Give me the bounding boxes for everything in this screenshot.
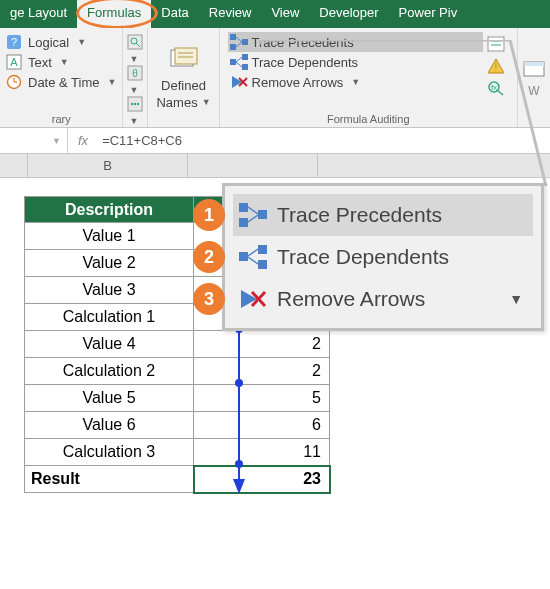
watch-window-partial[interactable]: W	[518, 28, 550, 127]
table-row-result: Result 23	[24, 466, 330, 493]
show-formulas-icon[interactable]	[487, 36, 505, 52]
chevron-down-icon: ▼	[108, 77, 117, 87]
formula-bar: ▼ fx =C11+C8+C6	[0, 128, 550, 154]
callout-label: Trace Dependents	[277, 245, 449, 269]
trace-precedents-button[interactable]: Trace Precedents	[228, 32, 483, 52]
evaluate-icon[interactable]: fx	[487, 80, 505, 96]
svg-line-59	[248, 257, 258, 264]
cell-val[interactable]: 6	[194, 412, 330, 439]
remove-arrows-label: Remove Arrows	[252, 75, 344, 90]
trace-dependents-button[interactable]: Trace Dependents	[228, 52, 483, 72]
svg-line-38	[497, 90, 503, 95]
trace-precedents-icon	[239, 203, 267, 227]
svg-text:θ: θ	[133, 68, 139, 79]
svg-line-58	[248, 249, 258, 256]
more-button[interactable]: ▼	[127, 96, 143, 127]
tab-developer[interactable]: Developer	[309, 0, 388, 28]
ribbon-tabs: ge Layout Formulas Data Review View Deve…	[0, 0, 550, 28]
tab-data[interactable]: Data	[151, 0, 198, 28]
cell-val[interactable]: 2	[194, 331, 330, 358]
group-lookup: ▼ θ▼ ▼	[123, 28, 148, 127]
svg-point-15	[137, 103, 139, 105]
watch-icon	[522, 58, 546, 82]
name-box[interactable]: ▼	[0, 128, 68, 153]
cell-result-desc[interactable]: Result	[24, 466, 194, 493]
cell-desc[interactable]: Value 5	[24, 385, 194, 412]
svg-rect-50	[239, 203, 248, 212]
svg-rect-25	[230, 59, 236, 65]
defined-names-label2: Names	[156, 95, 197, 110]
date-time-label: Date & Time	[28, 75, 100, 90]
cell-desc[interactable]: Value 2	[24, 250, 194, 277]
table-row: Calculation 2 2	[24, 358, 330, 385]
cell-val[interactable]: 11	[194, 439, 330, 466]
table-row: Calculation 3 11	[24, 439, 330, 466]
svg-point-14	[134, 103, 136, 105]
chevron-down-icon: ▼	[77, 37, 86, 47]
col-c[interactable]	[188, 154, 318, 177]
math-button[interactable]: θ▼	[127, 65, 143, 96]
chevron-down-icon[interactable]: ▼	[509, 291, 527, 307]
svg-rect-27	[242, 64, 248, 70]
cell-val[interactable]: 2	[194, 358, 330, 385]
tab-view[interactable]: View	[261, 0, 309, 28]
svg-rect-55	[239, 252, 248, 261]
group-function-library: ? Logical ▼ A Text ▼ Date & Time ▼ rary	[0, 28, 123, 127]
svg-line-53	[248, 207, 258, 214]
text-button[interactable]: A Text ▼	[6, 52, 116, 72]
svg-rect-51	[239, 218, 248, 227]
cell-desc[interactable]: Value 4	[24, 331, 194, 358]
svg-rect-41	[524, 62, 544, 66]
trace-precedents-label: Trace Precedents	[252, 35, 354, 50]
fx-button[interactable]: fx	[68, 133, 98, 148]
tab-power-pivot[interactable]: Power Piv	[389, 0, 468, 28]
callout-remove-arrows[interactable]: 3 Remove Arrows ▼	[233, 278, 533, 320]
svg-line-24	[236, 42, 242, 47]
badge-1: 1	[193, 199, 225, 231]
svg-rect-56	[258, 245, 267, 254]
audit-side-column: ! fx	[483, 32, 509, 100]
header-description[interactable]: Description	[24, 196, 194, 223]
cell-desc[interactable]: Value 3	[24, 277, 194, 304]
cell-desc[interactable]: Calculation 1	[24, 304, 194, 331]
defined-names-button[interactable]: Defined Names▼	[148, 28, 219, 127]
callout-trace-precedents[interactable]: 1 Trace Precedents	[233, 194, 533, 236]
column-headers: B	[0, 154, 550, 178]
ribbon-body: ? Logical ▼ A Text ▼ Date & Time ▼ rary …	[0, 28, 550, 128]
remove-arrows-button[interactable]: Remove Arrows ▼	[228, 72, 483, 92]
chevron-down-icon: ▼	[129, 116, 138, 126]
cell-result-val[interactable]: 23	[194, 466, 330, 493]
callout-trace-dependents[interactable]: 2 Trace Dependents	[233, 236, 533, 278]
watch-label: W	[528, 84, 539, 98]
lookup-button[interactable]: ▼	[127, 34, 143, 65]
cell-desc[interactable]: Value 6	[24, 412, 194, 439]
svg-text:A: A	[10, 56, 18, 68]
formula-text[interactable]: =C11+C8+C6	[98, 133, 182, 148]
col-b[interactable]: B	[28, 154, 188, 177]
cell-desc[interactable]: Calculation 3	[24, 439, 194, 466]
error-check-icon[interactable]: !	[487, 58, 505, 74]
text-icon: A	[6, 54, 22, 70]
table-row: Value 5 5	[24, 385, 330, 412]
svg-rect-32	[488, 37, 504, 51]
svg-rect-17	[175, 48, 197, 64]
logical-button[interactable]: ? Logical ▼	[6, 32, 116, 52]
tab-review[interactable]: Review	[199, 0, 262, 28]
trace-dependents-icon	[230, 54, 248, 70]
cell-desc[interactable]: Value 1	[24, 223, 194, 250]
tab-formulas[interactable]: Formulas	[77, 0, 151, 28]
group-label-auditing: Formula Auditing	[228, 111, 509, 125]
remove-arrows-icon	[239, 287, 267, 311]
col-a[interactable]	[0, 154, 28, 177]
group-label-library: rary	[6, 111, 116, 125]
cell-val[interactable]: 5	[194, 385, 330, 412]
svg-text:?: ?	[11, 36, 17, 48]
svg-line-29	[236, 62, 242, 67]
chevron-down-icon: ▼	[202, 97, 211, 107]
svg-text:fx: fx	[491, 83, 497, 92]
lookup-icon	[127, 34, 143, 50]
defined-names-icon	[169, 46, 199, 76]
date-time-button[interactable]: Date & Time ▼	[6, 72, 116, 92]
tab-page-layout[interactable]: ge Layout	[0, 0, 77, 28]
cell-desc[interactable]: Calculation 2	[24, 358, 194, 385]
